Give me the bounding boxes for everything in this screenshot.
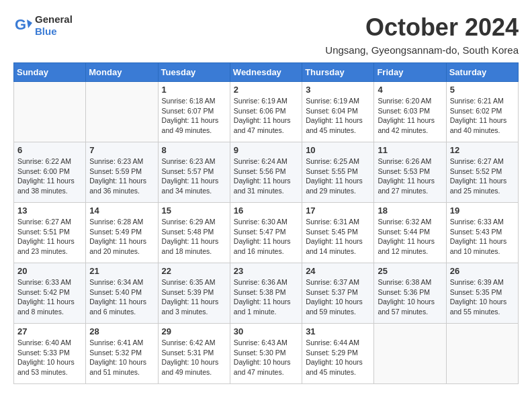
day-info: Sunrise: 6:33 AM Sunset: 5:43 PM Dayligh…: [450, 217, 515, 257]
header-wednesday: Wednesday: [230, 63, 302, 82]
calendar-cell: 18Sunrise: 6:32 AM Sunset: 5:44 PM Dayli…: [374, 203, 446, 263]
calendar-header-row: Sunday Monday Tuesday Wednesday Thursday…: [14, 63, 519, 82]
header-tuesday: Tuesday: [158, 63, 230, 82]
day-info: Sunrise: 6:34 AM Sunset: 5:40 PM Dayligh…: [89, 277, 154, 317]
calendar-cell: 4Sunrise: 6:20 AM Sunset: 6:03 PM Daylig…: [374, 82, 446, 142]
day-info: Sunrise: 6:20 AM Sunset: 6:03 PM Dayligh…: [378, 96, 442, 136]
day-info: Sunrise: 6:24 AM Sunset: 5:56 PM Dayligh…: [234, 156, 298, 196]
calendar-week-row: 20Sunrise: 6:33 AM Sunset: 5:42 PM Dayli…: [14, 263, 519, 324]
calendar-cell: 24Sunrise: 6:37 AM Sunset: 5:37 PM Dayli…: [302, 263, 374, 324]
calendar-cell: 28Sunrise: 6:41 AM Sunset: 5:32 PM Dayli…: [86, 324, 158, 384]
logo-general: General: [35, 13, 73, 25]
calendar-cell: 29Sunrise: 6:42 AM Sunset: 5:31 PM Dayli…: [158, 324, 230, 384]
svg-marker-1: [27, 19, 32, 28]
day-number: 26: [450, 266, 515, 276]
header-monday: Monday: [86, 63, 158, 82]
calendar-body: 1Sunrise: 6:18 AM Sunset: 6:07 PM Daylig…: [14, 82, 519, 384]
day-number: 10: [306, 145, 370, 155]
day-number: 6: [17, 145, 82, 155]
day-info: Sunrise: 6:42 AM Sunset: 5:31 PM Dayligh…: [162, 338, 226, 377]
day-number: 22: [162, 266, 226, 276]
calendar-cell: 13Sunrise: 6:27 AM Sunset: 5:51 PM Dayli…: [14, 203, 86, 263]
day-number: 1: [162, 85, 226, 95]
day-number: 31: [306, 326, 370, 336]
day-info: Sunrise: 6:35 AM Sunset: 5:39 PM Dayligh…: [162, 277, 226, 317]
calendar-cell: 11Sunrise: 6:26 AM Sunset: 5:53 PM Dayli…: [374, 142, 446, 203]
day-number: 14: [89, 205, 154, 216]
day-info: Sunrise: 6:19 AM Sunset: 6:04 PM Dayligh…: [306, 96, 370, 136]
day-number: 18: [378, 205, 442, 216]
day-info: Sunrise: 6:33 AM Sunset: 5:42 PM Dayligh…: [17, 277, 82, 317]
day-info: Sunrise: 6:39 AM Sunset: 5:35 PM Dayligh…: [450, 277, 515, 317]
day-info: Sunrise: 6:27 AM Sunset: 5:51 PM Dayligh…: [17, 217, 82, 257]
day-number: 15: [162, 205, 226, 216]
calendar-cell: [374, 324, 446, 384]
calendar-cell: 19Sunrise: 6:33 AM Sunset: 5:43 PM Dayli…: [446, 203, 518, 263]
calendar-week-row: 27Sunrise: 6:40 AM Sunset: 5:33 PM Dayli…: [14, 324, 519, 384]
day-number: 27: [17, 326, 82, 336]
day-info: Sunrise: 6:26 AM Sunset: 5:53 PM Dayligh…: [378, 156, 442, 196]
day-info: Sunrise: 6:37 AM Sunset: 5:37 PM Dayligh…: [306, 277, 370, 317]
day-info: Sunrise: 6:23 AM Sunset: 5:59 PM Dayligh…: [89, 156, 154, 196]
calendar-cell: 31Sunrise: 6:44 AM Sunset: 5:29 PM Dayli…: [302, 324, 374, 384]
calendar-cell: 20Sunrise: 6:33 AM Sunset: 5:42 PM Dayli…: [14, 263, 86, 324]
day-number: 24: [306, 266, 370, 276]
calendar-cell: 27Sunrise: 6:40 AM Sunset: 5:33 PM Dayli…: [14, 324, 86, 384]
calendar-cell: [14, 82, 86, 142]
day-number: 20: [17, 266, 82, 276]
day-info: Sunrise: 6:29 AM Sunset: 5:48 PM Dayligh…: [162, 217, 226, 257]
day-number: 4: [378, 85, 442, 95]
day-number: 5: [450, 85, 515, 95]
calendar-cell: 12Sunrise: 6:27 AM Sunset: 5:52 PM Dayli…: [446, 142, 518, 203]
day-number: 16: [234, 205, 298, 216]
day-info: Sunrise: 6:21 AM Sunset: 6:02 PM Dayligh…: [450, 96, 515, 136]
day-info: Sunrise: 6:25 AM Sunset: 5:55 PM Dayligh…: [306, 156, 370, 196]
day-number: 28: [89, 326, 154, 336]
day-number: 25: [378, 266, 442, 276]
calendar-cell: 22Sunrise: 6:35 AM Sunset: 5:39 PM Dayli…: [158, 263, 230, 324]
calendar-cell: 25Sunrise: 6:38 AM Sunset: 5:36 PM Dayli…: [374, 263, 446, 324]
calendar-cell: 1Sunrise: 6:18 AM Sunset: 6:07 PM Daylig…: [158, 82, 230, 142]
day-info: Sunrise: 6:18 AM Sunset: 6:07 PM Dayligh…: [162, 96, 226, 136]
header-saturday: Saturday: [446, 63, 518, 82]
day-number: 11: [378, 145, 442, 155]
calendar-cell: 21Sunrise: 6:34 AM Sunset: 5:40 PM Dayli…: [86, 263, 158, 324]
month-title: October 2024: [365, 13, 519, 42]
day-number: 21: [89, 266, 154, 276]
logo-icon: G: [13, 16, 32, 35]
day-info: Sunrise: 6:36 AM Sunset: 5:38 PM Dayligh…: [234, 277, 298, 317]
calendar-cell: 2Sunrise: 6:19 AM Sunset: 6:06 PM Daylig…: [230, 82, 302, 142]
day-info: Sunrise: 6:27 AM Sunset: 5:52 PM Dayligh…: [450, 156, 515, 196]
day-number: 2: [234, 85, 298, 95]
calendar-cell: 14Sunrise: 6:28 AM Sunset: 5:49 PM Dayli…: [86, 203, 158, 263]
header-friday: Friday: [374, 63, 446, 82]
day-info: Sunrise: 6:19 AM Sunset: 6:06 PM Dayligh…: [234, 96, 298, 136]
svg-text:G: G: [15, 16, 26, 33]
calendar-cell: [446, 324, 518, 384]
calendar-cell: 26Sunrise: 6:39 AM Sunset: 5:35 PM Dayli…: [446, 263, 518, 324]
calendar-week-row: 1Sunrise: 6:18 AM Sunset: 6:07 PM Daylig…: [14, 82, 519, 142]
calendar-cell: 9Sunrise: 6:24 AM Sunset: 5:56 PM Daylig…: [230, 142, 302, 203]
day-number: 3: [306, 85, 370, 95]
day-info: Sunrise: 6:23 AM Sunset: 5:57 PM Dayligh…: [162, 156, 226, 196]
calendar-cell: 17Sunrise: 6:31 AM Sunset: 5:45 PM Dayli…: [302, 203, 374, 263]
calendar-cell: 7Sunrise: 6:23 AM Sunset: 5:59 PM Daylig…: [86, 142, 158, 203]
day-number: 13: [17, 205, 82, 216]
logo-blue: Blue: [35, 26, 57, 37]
calendar-week-row: 13Sunrise: 6:27 AM Sunset: 5:51 PM Dayli…: [14, 203, 519, 263]
day-number: 8: [162, 145, 226, 155]
day-number: 9: [234, 145, 298, 155]
calendar-table: Sunday Monday Tuesday Wednesday Thursday…: [13, 62, 519, 384]
day-info: Sunrise: 6:41 AM Sunset: 5:32 PM Dayligh…: [89, 338, 154, 377]
page-header: G General Blue October 2024: [13, 13, 519, 42]
calendar-cell: 16Sunrise: 6:30 AM Sunset: 5:47 PM Dayli…: [230, 203, 302, 263]
day-info: Sunrise: 6:28 AM Sunset: 5:49 PM Dayligh…: [89, 217, 154, 257]
day-info: Sunrise: 6:44 AM Sunset: 5:29 PM Dayligh…: [306, 338, 370, 377]
day-number: 17: [306, 205, 370, 216]
calendar-cell: 23Sunrise: 6:36 AM Sunset: 5:38 PM Dayli…: [230, 263, 302, 324]
day-number: 19: [450, 205, 515, 216]
header-sunday: Sunday: [14, 63, 86, 82]
day-number: 30: [234, 326, 298, 336]
calendar-cell: 6Sunrise: 6:22 AM Sunset: 6:00 PM Daylig…: [14, 142, 86, 203]
calendar-week-row: 6Sunrise: 6:22 AM Sunset: 6:00 PM Daylig…: [14, 142, 519, 203]
